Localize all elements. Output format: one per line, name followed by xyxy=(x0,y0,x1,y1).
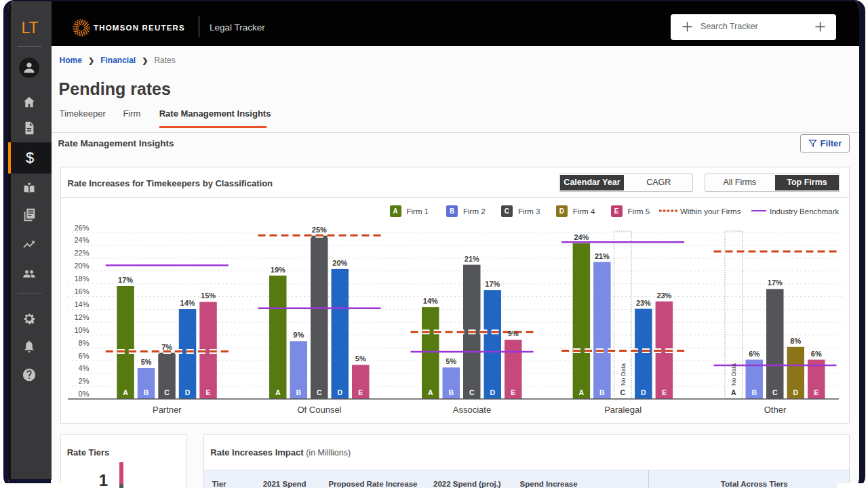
svg-text:14%: 14% xyxy=(180,299,195,307)
svg-text:7%: 7% xyxy=(161,343,172,351)
svg-text:Paralegal: Paralegal xyxy=(604,405,642,415)
svg-text:9%: 9% xyxy=(293,331,304,339)
svg-text:10%: 10% xyxy=(74,326,89,334)
svg-text:6%: 6% xyxy=(811,350,822,358)
svg-text:5%: 5% xyxy=(141,358,152,366)
svg-text:17%: 17% xyxy=(768,279,783,287)
svg-text:17%: 17% xyxy=(118,276,133,284)
svg-text:A: A xyxy=(428,388,433,396)
svg-text:A: A xyxy=(275,388,281,396)
svg-text:E: E xyxy=(358,388,363,396)
svg-text:23%: 23% xyxy=(656,291,671,300)
svg-text:E: E xyxy=(206,388,211,396)
svg-text:18%: 18% xyxy=(74,274,89,283)
svg-text:A: A xyxy=(579,388,585,396)
svg-text:2%: 2% xyxy=(79,377,90,385)
svg-text:D: D xyxy=(338,388,343,396)
svg-text:B: B xyxy=(599,388,605,396)
svg-text:E: E xyxy=(814,388,818,396)
svg-text:D: D xyxy=(490,388,496,396)
svg-text:Partner: Partner xyxy=(153,405,182,415)
svg-text:6%: 6% xyxy=(749,350,760,358)
svg-text:C: C xyxy=(772,388,778,396)
svg-text:E: E xyxy=(662,388,667,396)
svg-text:Other: Other xyxy=(764,405,787,415)
svg-text:C: C xyxy=(469,388,475,396)
svg-text:14%: 14% xyxy=(74,300,89,308)
svg-text:Of Counsel: Of Counsel xyxy=(297,405,341,415)
svg-text:21%: 21% xyxy=(595,252,610,260)
svg-text:6%: 6% xyxy=(79,352,90,360)
svg-text:D: D xyxy=(185,388,191,396)
svg-text:24%: 24% xyxy=(574,233,589,241)
svg-text:16%: 16% xyxy=(74,287,89,296)
svg-text:B: B xyxy=(144,388,149,396)
svg-text:No Data: No Data xyxy=(730,363,737,386)
svg-text:A: A xyxy=(123,388,128,396)
svg-text:14%: 14% xyxy=(423,297,438,305)
svg-text:20%: 20% xyxy=(332,259,347,267)
svg-text:5%: 5% xyxy=(446,357,456,365)
svg-text:22%: 22% xyxy=(74,249,89,257)
svg-text:21%: 21% xyxy=(465,255,479,263)
svg-text:4%: 4% xyxy=(79,364,90,372)
svg-text:E: E xyxy=(511,388,515,396)
svg-text:B: B xyxy=(296,388,302,396)
svg-text:24%: 24% xyxy=(74,236,89,244)
svg-text:8%: 8% xyxy=(79,339,90,347)
svg-text:12%: 12% xyxy=(74,313,89,321)
svg-text:20%: 20% xyxy=(74,262,89,270)
svg-text:26%: 26% xyxy=(74,224,89,232)
svg-text:8%: 8% xyxy=(790,337,801,345)
svg-text:C: C xyxy=(317,388,322,396)
svg-text:A: A xyxy=(731,388,736,396)
svg-text:19%: 19% xyxy=(271,266,285,274)
svg-text:Associate: Associate xyxy=(453,405,491,415)
svg-text:B: B xyxy=(752,388,757,396)
svg-text:C: C xyxy=(164,388,170,396)
svg-text:C: C xyxy=(620,388,626,396)
svg-text:5%: 5% xyxy=(355,354,366,363)
svg-text:9%: 9% xyxy=(508,329,519,338)
svg-text:B: B xyxy=(449,388,454,396)
svg-text:No Data: No Data xyxy=(620,363,627,386)
svg-text:23%: 23% xyxy=(636,299,651,307)
svg-text:0%: 0% xyxy=(79,390,90,398)
svg-text:D: D xyxy=(793,388,799,396)
svg-text:15%: 15% xyxy=(201,291,216,300)
svg-text:D: D xyxy=(641,388,646,396)
svg-text:17%: 17% xyxy=(485,280,500,288)
svg-text:25%: 25% xyxy=(312,226,327,234)
